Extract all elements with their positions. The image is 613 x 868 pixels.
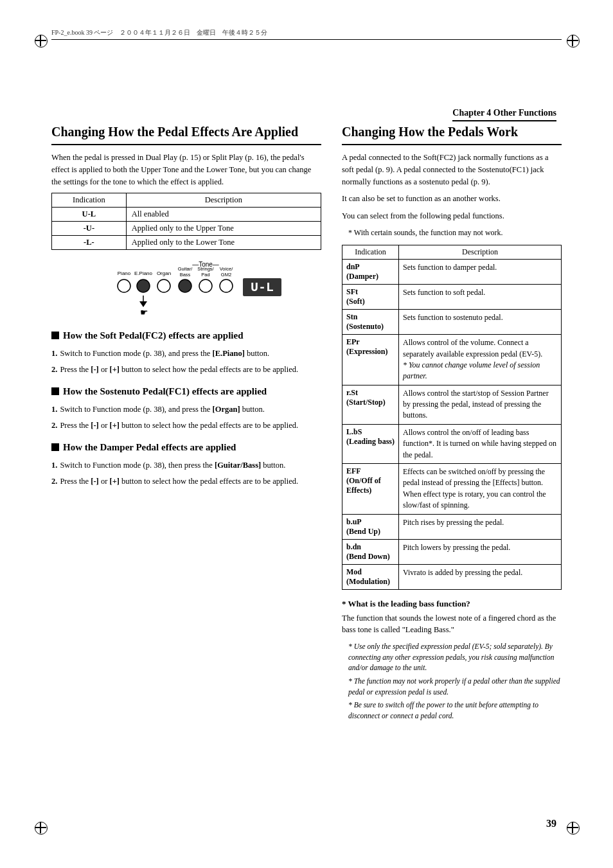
right-column: Changing How the Pedals Work A pedal con…	[342, 123, 562, 724]
description-cell: Sets function to soft pedal.	[399, 285, 562, 310]
step-number: 2.	[51, 475, 57, 488]
sub-heading-text: How the Soft Pedal(FC2) effects are appl…	[63, 330, 244, 342]
indication-cell: b.dn(Bend Down)	[342, 539, 399, 564]
chapter-heading: Chapter 4 Other Functions	[452, 108, 556, 121]
description-cell: Sets function to sostenuto pedal.	[399, 310, 562, 335]
page-number: 39	[546, 818, 556, 829]
step-number: 1.	[51, 459, 57, 472]
table-row: b.uP(Bend Up)Pitch rises by pressing the…	[342, 514, 562, 539]
table-row: L.bS(Leading bass)Allows control the on/…	[342, 424, 562, 463]
indication-table: Indication Description U-LAll enabled-U-…	[51, 193, 321, 250]
reg-mark-tr	[567, 35, 578, 46]
indication-cell: -L-	[52, 236, 127, 250]
indication-cell: r.St(Start/Stop)	[342, 385, 399, 424]
right-intro3: You can select from the following pedal …	[342, 210, 562, 222]
left-subsections: How the Soft Pedal(FC2) effects are appl…	[51, 330, 321, 487]
left-section-title: Changing How the Pedal Effects Are Appli…	[51, 123, 321, 145]
description-cell: Sets function to damper pedal.	[399, 260, 562, 285]
step-number: 2.	[51, 420, 57, 432]
list-item: 2.Press the [-] or [+] button to select …	[51, 475, 321, 488]
step-text: Switch to Function mode (p. 38), then pr…	[60, 459, 285, 472]
svg-text:Strings/: Strings/	[197, 266, 214, 272]
svg-point-14	[199, 279, 212, 292]
italic-notes: Use only the specified expression pedal …	[342, 641, 562, 722]
list-item: 1.Switch to Function mode (p. 38), then …	[51, 459, 321, 472]
right-note: With certain sounds, the function may no…	[348, 227, 562, 238]
description-cell: Allows control of the volume. Connect a …	[399, 335, 562, 385]
table-row: U-LAll enabled	[52, 208, 321, 222]
table-row: Mod(Modulation)Vivrato is added by press…	[342, 564, 562, 589]
indication-cell: L.bS(Leading bass)	[342, 424, 399, 463]
step-list-1: 1.Switch to Function mode (p. 38), and p…	[51, 403, 321, 432]
right-intro1: A pedal connected to the Soft(FC2) jack …	[342, 152, 562, 188]
table-row: -L-Applied only to the Lower Tone	[52, 236, 321, 250]
indication-cell: Stn(Sostenuto)	[342, 310, 399, 335]
sub-heading-text: How the Sostenuto Pedal(FC1) effects are…	[63, 385, 267, 398]
italic-note: Be sure to switch off the power to the u…	[348, 700, 562, 721]
file-info: FP-2_e.book 39 ページ ２００４年１１月２６日 金曜日 午後４時２…	[51, 28, 267, 37]
svg-text:Voice/: Voice/	[220, 266, 233, 272]
svg-text:☛: ☛	[140, 307, 148, 317]
svg-point-13	[179, 279, 191, 292]
keyboard-svg: —Tone— Piano E.Piano Organ Guitar/ Bass …	[77, 259, 296, 317]
sub-heading-0: How the Soft Pedal(FC2) effects are appl…	[51, 330, 321, 342]
step-list-0: 1.Switch to Function mode (p. 38), and p…	[51, 348, 321, 376]
table-row: -U-Applied only to the Upper Tone	[52, 222, 321, 236]
description-cell: Pitch rises by pressing the pedal.	[399, 514, 562, 539]
sub-heading-text: How the Damper Pedal effects are applied	[63, 441, 236, 454]
italic-note: The function may not work properly if a …	[348, 676, 562, 697]
description-cell: Allows control the on/off of leading bas…	[399, 424, 562, 463]
reg-mark-bl	[35, 822, 46, 833]
table-row: b.dn(Bend Down)Pitch lowers by pressing …	[342, 539, 562, 564]
table-row: Stn(Sostenuto)Sets function to sostenuto…	[342, 310, 562, 335]
svg-point-15	[220, 279, 233, 292]
list-item: 2.Press the [-] or [+] button to select …	[51, 420, 321, 432]
sub-heading-square	[51, 332, 59, 339]
sub-heading-2: How the Damper Pedal effects are applied	[51, 441, 321, 454]
step-text: Press the [-] or [+] button to select ho…	[60, 420, 298, 432]
svg-point-10	[118, 279, 130, 292]
indication-cell: -U-	[52, 222, 127, 236]
indication-cell: SFt(Soft)	[342, 285, 399, 310]
svg-marker-19	[139, 301, 147, 307]
what-is-desc: The function that sounds the lowest note…	[342, 612, 562, 637]
table-col1: Indication	[52, 193, 127, 208]
indication-cell: dnP(Damper)	[342, 260, 399, 285]
svg-point-11	[137, 279, 150, 292]
svg-text:E.Piano: E.Piano	[134, 270, 153, 276]
right-section-title: Changing How the Pedals Work	[342, 123, 562, 145]
sub-heading-1: How the Sostenuto Pedal(FC1) effects are…	[51, 385, 321, 398]
indication-cell: EPr(Expression)	[342, 335, 399, 385]
description-cell: All enabled	[126, 208, 321, 222]
description-cell: Vivrato is added by pressing the pedal.	[399, 564, 562, 589]
description-cell: Applied only to the Lower Tone	[126, 236, 321, 250]
indication-cell: U-L	[52, 208, 127, 222]
left-intro: When the pedal is pressed in Dual Play (…	[51, 152, 321, 188]
right-table-col2: Description	[399, 245, 562, 260]
description-cell: Allows control the start/stop of Session…	[399, 385, 562, 424]
svg-text:GM2: GM2	[221, 272, 231, 278]
list-item: 2.Press the [-] or [+] button to select …	[51, 364, 321, 376]
sub-heading-square	[51, 387, 59, 395]
right-table-col1: Indication	[342, 245, 399, 260]
svg-text:Guitar/: Guitar/	[178, 266, 193, 272]
step-text: Press the [-] or [+] button to select ho…	[60, 364, 298, 376]
page: FP-2_e.book 39 ページ ２００４年１１月２６日 金曜日 午後４時２…	[0, 0, 613, 868]
what-is-heading: * What is the leading bass function?	[342, 599, 562, 609]
pedal-function-table: Indication Description dnP(Damper)Sets f…	[342, 245, 562, 589]
list-item: 1.Switch to Function mode (p. 38), and p…	[51, 348, 321, 360]
step-number: 2.	[51, 364, 57, 376]
list-item: 1.Switch to Function mode (p. 38), and p…	[51, 403, 321, 416]
svg-text:Bass: Bass	[180, 272, 191, 278]
table-row: r.St(Start/Stop)Allows control the start…	[342, 385, 562, 424]
step-number: 1.	[51, 348, 57, 360]
reg-mark-tl	[35, 35, 46, 46]
svg-text:U-L: U-L	[251, 280, 274, 295]
main-content: Changing How the Pedal Effects Are Appli…	[51, 123, 562, 724]
header-bar: FP-2_e.book 39 ページ ２００４年１１月２６日 金曜日 午後４時２…	[51, 28, 562, 40]
svg-point-12	[157, 279, 170, 292]
table-row: SFt(Soft)Sets function to soft pedal.	[342, 285, 562, 310]
sub-heading-square	[51, 443, 59, 451]
step-text: Switch to Function mode (p. 38), and pre…	[60, 403, 264, 416]
table-row: EPr(Expression)Allows control of the vol…	[342, 335, 562, 385]
